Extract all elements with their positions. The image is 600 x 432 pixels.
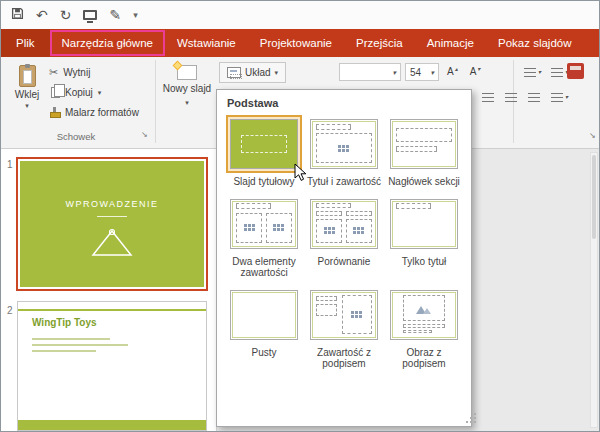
list-lines-icon	[551, 68, 563, 77]
layout-label: Pusty	[251, 347, 276, 359]
copy-button[interactable]: Kopiuj ▾	[49, 82, 139, 102]
group-divider	[155, 60, 156, 143]
chevron-up-icon: ▴	[455, 66, 458, 72]
ribbon-red-tool-icon[interactable]	[567, 63, 584, 79]
layout-option-comparison[interactable]: Porównanie	[306, 195, 382, 268]
placeholder	[342, 295, 372, 333]
start-slideshow-icon[interactable]	[83, 6, 97, 24]
triangle-graphic	[90, 227, 134, 259]
layout-theme-header: Podstawa	[217, 90, 471, 113]
slide-thumbnail-1[interactable]: WPROWADZENIE	[16, 157, 208, 291]
layout-label: Zawartość z podpisem	[305, 347, 383, 370]
decrease-font-size-icon[interactable]: A▾	[466, 63, 485, 81]
placeholder	[316, 133, 371, 163]
tab-przejscia[interactable]: Przejścia	[344, 29, 415, 57]
layout-option-title-content[interactable]: Tytuł i zawartość	[306, 115, 382, 188]
placeholder	[316, 219, 342, 243]
undo-icon[interactable]: ↶	[36, 8, 48, 22]
placeholder	[316, 296, 337, 301]
placeholder	[396, 146, 437, 152]
chevron-down-icon: ▾	[565, 94, 568, 100]
monitor-icon	[83, 10, 97, 20]
layout-option-picture-caption[interactable]: Obraz z podpisem	[385, 286, 463, 370]
layout-option-title-only[interactable]: Tylko tytuł	[386, 195, 462, 268]
layout-button[interactable]: Układ ▾	[219, 62, 286, 83]
placeholder	[403, 324, 445, 328]
quick-access-toolbar: ↶ ↻ ✎ ▾	[1, 1, 599, 29]
redo-icon[interactable]: ↻	[60, 8, 72, 22]
new-slide-button[interactable]: Nowy slajd ▾	[161, 60, 213, 144]
layout-label: Dwa elementy zawartości	[225, 256, 303, 279]
format-painter-label: Malarz formatów	[65, 107, 139, 118]
layout-option-two-content[interactable]: Dwa elementy zawartości	[225, 195, 303, 279]
paste-button[interactable]: Wklej ▾	[7, 60, 47, 142]
layout-option-blank[interactable]: Pusty	[226, 286, 302, 359]
layout-button-label: Układ	[245, 67, 271, 78]
paragraph-controls: ▾	[479, 88, 571, 106]
slide-thumbnail-2[interactable]: WingTip Toys	[17, 301, 207, 431]
clipboard-dialog-launcher-icon[interactable]: ↘	[141, 130, 148, 139]
layout-thumbnail	[230, 199, 298, 249]
slide-1-title: WPROWADZENIE	[20, 199, 204, 209]
content-icons	[353, 227, 364, 234]
layout-option-content-caption[interactable]: Zawartość z podpisem	[305, 286, 383, 370]
align-lines-icon	[505, 93, 517, 102]
layout-thumbnail	[230, 290, 298, 340]
placeholder	[236, 213, 262, 243]
tab-pokaz-slajdow[interactable]: Pokaz slajdów	[486, 29, 584, 57]
placeholder	[241, 135, 287, 153]
copy-label: Kopiuj	[65, 87, 93, 98]
chevron-down-icon: ▾	[185, 99, 189, 106]
placeholder	[316, 203, 350, 208]
layout-option-title-slide[interactable]: Slajd tytułowy	[226, 115, 302, 188]
tab-narzedzia-glowne[interactable]: Narzędzia główne	[50, 30, 165, 56]
content-icons	[324, 227, 335, 234]
paragraph-dialog-launcher-icon[interactable]: ↘	[589, 131, 596, 140]
align-center-icon[interactable]	[502, 88, 520, 106]
increase-font-size-icon[interactable]: A▴	[443, 63, 462, 81]
layout-thumbnail	[390, 119, 458, 169]
layout-label: Nagłówek sekcji	[388, 176, 460, 188]
tab-animacje[interactable]: Animacje	[415, 29, 486, 57]
ribbon-tab-bar: Plik Narzędzia główne Wstawianie Projekt…	[1, 29, 599, 57]
clipboard-group: ✂ Wytnij Kopiuj ▾ Malarz formatów	[49, 62, 139, 122]
sparkle-icon	[173, 61, 183, 71]
placeholder	[396, 128, 451, 142]
font-size-value: 54	[410, 67, 421, 78]
align-right-icon[interactable]	[525, 88, 543, 106]
scissors-icon: ✂	[49, 66, 58, 79]
align-left-icon[interactable]	[479, 88, 497, 106]
chevron-down-icon: ▾	[538, 69, 541, 75]
chevron-down-icon: ▾	[392, 69, 396, 76]
line-spacing-icon[interactable]: ▾	[548, 88, 571, 106]
vertical-scrollbar[interactable]	[590, 152, 598, 428]
placeholder	[316, 124, 350, 130]
content-icons	[351, 311, 362, 318]
layout-thumbnail	[230, 119, 298, 169]
text-line	[32, 338, 110, 340]
menu-resize-grip[interactable]	[466, 421, 468, 423]
letter-a: A	[447, 66, 454, 77]
scrollbar-thumb[interactable]	[592, 155, 596, 239]
layout-option-section-header[interactable]: Nagłówek sekcji	[386, 115, 462, 188]
save-icon[interactable]	[11, 6, 24, 24]
placeholder	[396, 203, 430, 209]
tab-projektowanie[interactable]: Projektowanie	[248, 29, 344, 57]
qat-customize-icon[interactable]: ▾	[133, 11, 138, 20]
slide-thumbnails-panel: 1 WPROWADZENIE 2 WingTip Toys	[1, 149, 217, 431]
cut-label: Wytnij	[63, 67, 90, 78]
format-painter-button[interactable]: Malarz formatów	[49, 102, 139, 122]
font-name-select[interactable]: ▾	[339, 63, 401, 81]
chevron-down-icon: ▾	[430, 69, 434, 76]
letter-a: A	[470, 66, 477, 77]
tab-plik[interactable]: Plik	[1, 29, 50, 57]
layout-label: Obraz z podpisem	[385, 347, 463, 370]
accent-line	[18, 309, 206, 311]
layout-thumbnail	[310, 290, 378, 340]
tab-wstawianie[interactable]: Wstawianie	[165, 29, 248, 57]
cut-button[interactable]: ✂ Wytnij	[49, 62, 139, 82]
font-size-select[interactable]: 54▾	[405, 63, 439, 81]
bullets-icon[interactable]: ▾	[521, 63, 544, 81]
pen-input-icon[interactable]: ✎	[109, 8, 121, 22]
layout-thumbnail	[310, 119, 378, 169]
